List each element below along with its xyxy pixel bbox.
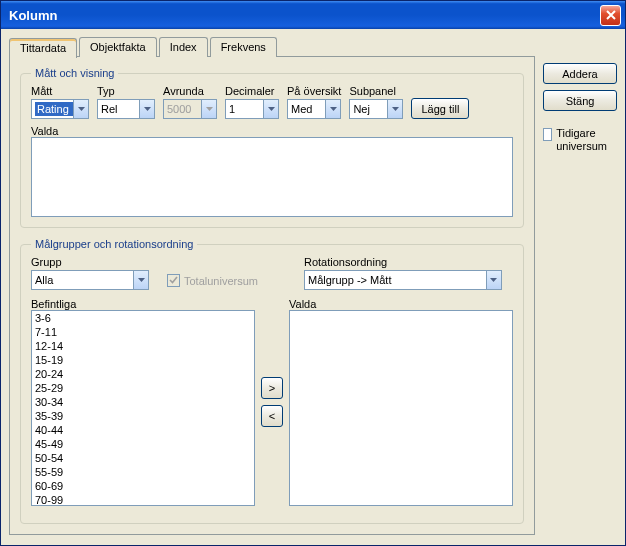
combo-typ[interactable]: Rel [97, 99, 155, 119]
combo-grupp[interactable]: Alla [31, 270, 149, 290]
listbox-valda-2[interactable] [289, 310, 513, 506]
tab-tittardata[interactable]: Tittardata [9, 38, 77, 58]
chevron-down-icon [201, 100, 216, 118]
checkbox-tidigare[interactable] [543, 128, 552, 141]
list-item[interactable]: 25-29 [32, 381, 254, 395]
legend-matt: Mått och visning [31, 67, 118, 79]
tab-index[interactable]: Index [159, 37, 208, 57]
label-grupp: Grupp [31, 256, 149, 268]
tab-bar: Tittardata Objektfakta Index Frekvens [9, 37, 535, 57]
label-subpanel: Subpanel [349, 85, 403, 97]
chevron-down-icon[interactable] [73, 100, 88, 118]
label-tidigare: Tidigare universum [556, 127, 617, 153]
checkbox-totaluniversum [167, 274, 180, 287]
chevron-down-icon[interactable] [387, 100, 402, 118]
label-typ: Typ [97, 85, 155, 97]
chevron-down-icon[interactable] [325, 100, 340, 118]
list-item[interactable]: 12-14 [32, 339, 254, 353]
label-totaluniversum: Totaluniversum [184, 275, 258, 287]
label-matt: Mått [31, 85, 89, 97]
combo-grupp-value: Alla [35, 274, 133, 286]
close-button[interactable] [600, 5, 621, 26]
combo-rotation-value: Målgrupp -> Mått [308, 274, 486, 286]
list-item[interactable]: 7-11 [32, 325, 254, 339]
combo-decimaler[interactable]: 1 [225, 99, 279, 119]
list-item[interactable]: 60-69 [32, 479, 254, 493]
combo-matt[interactable]: Rating [31, 99, 89, 119]
side-column: Addera Stäng Tidigare universum [543, 37, 617, 535]
tab-objektfakta[interactable]: Objektfakta [79, 37, 157, 57]
list-item[interactable]: 15-19 [32, 353, 254, 367]
chevron-down-icon[interactable] [133, 271, 148, 289]
label-valda-2: Valda [289, 298, 513, 310]
listbox-befintliga[interactable]: 3-67-1112-1415-1920-2425-2930-3435-3940-… [31, 310, 255, 506]
label-avrunda: Avrunda [163, 85, 217, 97]
label-oversikt: På översikt [287, 85, 341, 97]
list-item[interactable]: 35-39 [32, 409, 254, 423]
combo-rotation[interactable]: Målgrupp -> Mått [304, 270, 502, 290]
fieldset-malgrupper: Målgrupper och rotationsordning Grupp Al… [20, 238, 524, 524]
label-rotation: Rotationsordning [304, 256, 502, 268]
label-befintliga: Befintliga [31, 298, 255, 310]
label-valda-1: Valda [31, 125, 513, 137]
combo-subpanel-value: Nej [353, 103, 387, 115]
laggtill-button[interactable]: Lägg till [411, 98, 469, 119]
combo-avrunda-value: 5000 [167, 103, 201, 115]
list-item[interactable]: 40-44 [32, 423, 254, 437]
list-item[interactable]: 50-54 [32, 451, 254, 465]
combo-decimaler-value: 1 [229, 103, 263, 115]
list-item[interactable]: 20-24 [32, 367, 254, 381]
list-item[interactable]: 70-99 [32, 493, 254, 506]
move-right-button[interactable]: > [261, 377, 283, 399]
list-item[interactable]: 3-6 [32, 311, 254, 325]
window: Kolumn Tittardata Objektfakta Index Frek… [0, 0, 626, 546]
combo-avrunda: 5000 [163, 99, 217, 119]
combo-subpanel[interactable]: Nej [349, 99, 403, 119]
tab-panel: Mått och visning Mått Rating Typ [9, 56, 535, 535]
list-item[interactable]: 45-49 [32, 437, 254, 451]
label-decimaler: Decimaler [225, 85, 279, 97]
move-left-button[interactable]: < [261, 405, 283, 427]
list-item[interactable]: 30-34 [32, 395, 254, 409]
combo-oversikt-value: Med [291, 103, 325, 115]
chevron-down-icon[interactable] [486, 271, 501, 289]
list-item[interactable]: 55-59 [32, 465, 254, 479]
combo-matt-value: Rating [35, 102, 73, 116]
titlebar: Kolumn [1, 1, 625, 29]
window-title: Kolumn [9, 8, 57, 23]
tab-frekvens[interactable]: Frekvens [210, 37, 277, 57]
addera-button[interactable]: Addera [543, 63, 617, 84]
listbox-valda-1[interactable] [31, 137, 513, 217]
combo-typ-value: Rel [101, 103, 139, 115]
fieldset-matt: Mått och visning Mått Rating Typ [20, 67, 524, 228]
stang-button[interactable]: Stäng [543, 90, 617, 111]
combo-oversikt[interactable]: Med [287, 99, 341, 119]
chevron-down-icon[interactable] [139, 100, 154, 118]
client-area: Tittardata Objektfakta Index Frekvens Må… [1, 29, 625, 545]
legend-malgrupper: Målgrupper och rotationsordning [31, 238, 197, 250]
chevron-down-icon[interactable] [263, 100, 278, 118]
